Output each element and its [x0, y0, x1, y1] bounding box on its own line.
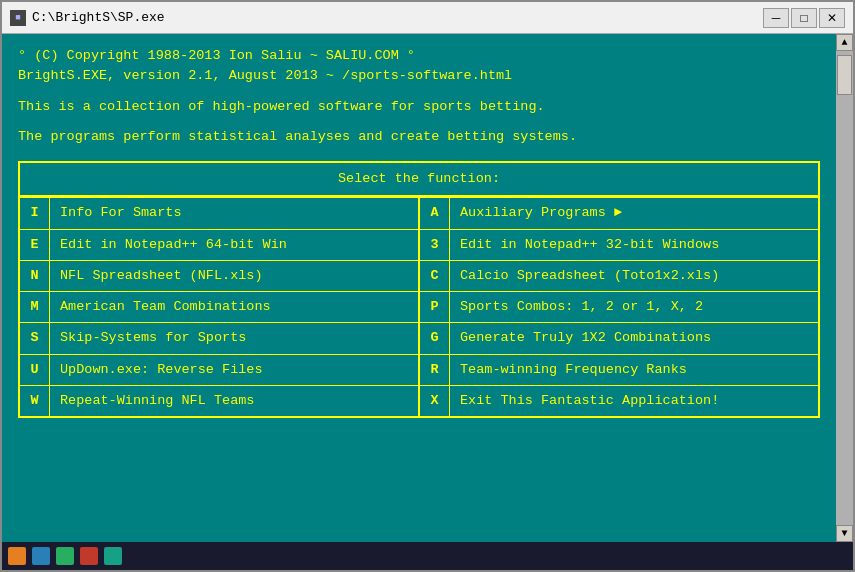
taskbar-icon-1[interactable]	[8, 547, 26, 565]
menu-label-edit64[interactable]: Edit in Notepad++ 64-bit Win	[50, 230, 418, 260]
menu-label-generate[interactable]: Generate Truly 1X2 Combinations	[450, 323, 818, 353]
description-line2: The programs perform statistical analyse…	[18, 127, 820, 147]
menu-col-right-3: P Sports Combos: 1, 2 or 1, X, 2	[420, 292, 818, 322]
menu-label-exit[interactable]: Exit This Fantastic Application!	[450, 386, 818, 416]
menu-key-I[interactable]: I	[20, 198, 50, 228]
menu-key-M[interactable]: M	[20, 292, 50, 322]
taskbar	[2, 542, 853, 570]
menu-key-3[interactable]: 3	[420, 230, 450, 260]
menu-col-right-4: G Generate Truly 1X2 Combinations	[420, 323, 818, 353]
scroll-up-icon: ▲	[841, 37, 847, 48]
menu-col-left-3: M American Team Combinations	[20, 292, 420, 322]
menu-col-right-2: C Calcio Spreadsheet (Toto1x2.xls)	[420, 261, 818, 291]
terminal-content: ° (C) Copyright 1988-2013 Ion Saliu ~ SA…	[2, 34, 836, 542]
menu-col-left-6: W Repeat-Winning NFL Teams	[20, 386, 420, 416]
menu-key-S[interactable]: S	[20, 323, 50, 353]
menu-col-right-1: 3 Edit in Notepad++ 32-bit Windows	[420, 230, 818, 260]
menu-col-left-0: I Info For Smarts	[20, 198, 420, 228]
menu-key-W[interactable]: W	[20, 386, 50, 416]
header-block: ° (C) Copyright 1988-2013 Ion Saliu ~ SA…	[18, 46, 820, 87]
menu-col-left-2: N NFL Spreadsheet (NFL.xls)	[20, 261, 420, 291]
menu-col-left-4: S Skip-Systems for Sports	[20, 323, 420, 353]
copyright-line: ° (C) Copyright 1988-2013 Ion Saliu ~ SA…	[18, 46, 820, 66]
menu-label-calcio[interactable]: Calcio Spreadsheet (Toto1x2.xls)	[450, 261, 818, 291]
scroll-track	[836, 51, 853, 525]
version-line: BrightS.EXE, version 2.1, August 2013 ~ …	[18, 66, 820, 86]
menu-label-team-winning[interactable]: Team-winning Frequency Ranks	[450, 355, 818, 385]
scroll-thumb[interactable]	[837, 55, 852, 95]
menu-col-right-5: R Team-winning Frequency Ranks	[420, 355, 818, 385]
menu-key-E[interactable]: E	[20, 230, 50, 260]
window-controls: ─ □ ✕	[763, 8, 845, 28]
scroll-down-button[interactable]: ▼	[836, 525, 853, 542]
menu-key-C[interactable]: C	[420, 261, 450, 291]
menu-col-left-1: E Edit in Notepad++ 64-bit Win	[20, 230, 420, 260]
menu-label-nfl[interactable]: NFL Spreadsheet (NFL.xls)	[50, 261, 418, 291]
menu-key-R[interactable]: R	[420, 355, 450, 385]
scroll-up-button[interactable]: ▲	[836, 34, 853, 51]
scroll-down-icon: ▼	[841, 528, 847, 539]
menu-col-left-5: U UpDown.exe: Reverse Files	[20, 355, 420, 385]
menu-key-X[interactable]: X	[420, 386, 450, 416]
menu-label-sports-combos[interactable]: Sports Combos: 1, 2 or 1, X, 2	[450, 292, 818, 322]
menu-key-U[interactable]: U	[20, 355, 50, 385]
title-bar: ■ C:\BrightS\SP.exe ─ □ ✕	[2, 2, 853, 34]
menu-row: M American Team Combinations P Sports Co…	[20, 291, 818, 322]
menu-row: S Skip-Systems for Sports G Generate Tru…	[20, 322, 818, 353]
menu-label-info[interactable]: Info For Smarts	[50, 198, 418, 228]
window: ■ C:\BrightS\SP.exe ─ □ ✕ ° (C) Copyrigh…	[0, 0, 855, 572]
window-title: C:\BrightS\SP.exe	[32, 10, 763, 25]
menu-row: U UpDown.exe: Reverse Files R Team-winni…	[20, 354, 818, 385]
taskbar-icon-3[interactable]	[56, 547, 74, 565]
menu-label-repeat[interactable]: Repeat-Winning NFL Teams	[50, 386, 418, 416]
taskbar-icon-2[interactable]	[32, 547, 50, 565]
menu-box: Select the function: I Info For Smarts A…	[18, 161, 820, 418]
menu-row: W Repeat-Winning NFL Teams X Exit This F…	[20, 385, 818, 416]
minimize-button[interactable]: ─	[763, 8, 789, 28]
menu-label-auxiliary[interactable]: Auxiliary Programs ►	[450, 198, 818, 228]
menu-key-N[interactable]: N	[20, 261, 50, 291]
menu-label-edit32[interactable]: Edit in Notepad++ 32-bit Windows	[450, 230, 818, 260]
menu-col-right-0: A Auxiliary Programs ►	[420, 198, 818, 228]
window-icon: ■	[10, 10, 26, 26]
menu-label-american[interactable]: American Team Combinations	[50, 292, 418, 322]
menu-key-A[interactable]: A	[420, 198, 450, 228]
menu-label-updown[interactable]: UpDown.exe: Reverse Files	[50, 355, 418, 385]
maximize-button[interactable]: □	[791, 8, 817, 28]
description-line1: This is a collection of high-powered sof…	[18, 97, 820, 117]
menu-col-right-6: X Exit This Fantastic Application!	[420, 386, 818, 416]
menu-row: I Info For Smarts A Auxiliary Programs ►	[20, 197, 818, 228]
close-button[interactable]: ✕	[819, 8, 845, 28]
menu-row: E Edit in Notepad++ 64-bit Win 3 Edit in…	[20, 229, 818, 260]
taskbar-icon-4[interactable]	[80, 547, 98, 565]
taskbar-icon-5[interactable]	[104, 547, 122, 565]
scrollbar: ▲ ▼	[836, 34, 853, 542]
menu-key-G[interactable]: G	[420, 323, 450, 353]
menu-key-P[interactable]: P	[420, 292, 450, 322]
menu-header: Select the function:	[20, 163, 818, 197]
menu-label-skip[interactable]: Skip-Systems for Sports	[50, 323, 418, 353]
menu-row: N NFL Spreadsheet (NFL.xls) C Calcio Spr…	[20, 260, 818, 291]
terminal-area: ° (C) Copyright 1988-2013 Ion Saliu ~ SA…	[2, 34, 853, 542]
